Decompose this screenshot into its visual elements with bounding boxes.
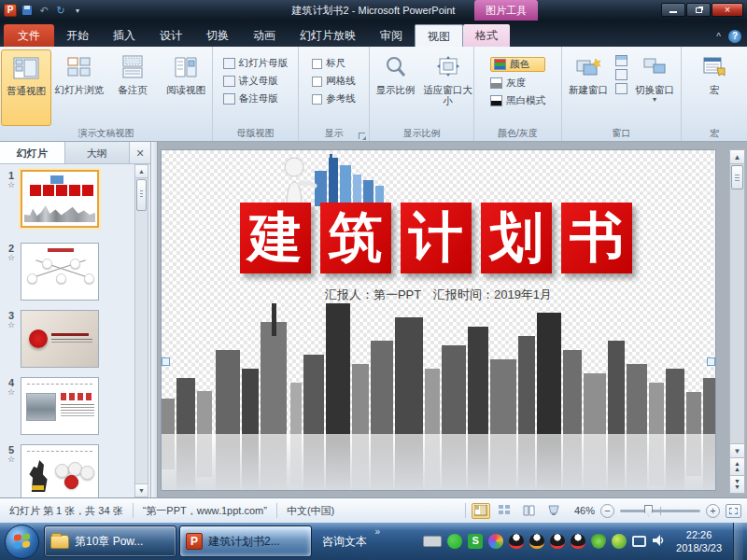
fit-slide-to-window-button[interactable] (726, 504, 741, 518)
notes-master-button[interactable]: 备注母版 (223, 92, 289, 105)
close-button[interactable]: × (712, 3, 743, 17)
cascade-icon[interactable] (615, 69, 627, 80)
slide-thumbnail-2[interactable]: 2 ☆ (2, 243, 99, 301)
status-slideshow-button[interactable] (544, 503, 563, 519)
pane-splitter[interactable] (151, 142, 158, 497)
tab-slides[interactable]: 幻灯片 (0, 142, 65, 163)
slide-thumbnail-3[interactable]: 3 ☆ (2, 310, 99, 368)
pane-scrollbar-thumb[interactable] (136, 179, 147, 211)
zoom-level[interactable]: 46% (569, 505, 595, 516)
switch-windows-button[interactable]: 切换窗口 ▾ (631, 49, 678, 126)
slide-canvas[interactable]: 建 筑 计 划 书 汇报人：第一PPT 汇报时间：2019年1月 (161, 149, 716, 491)
tab-slideshow[interactable]: 幻灯片放映 (288, 24, 368, 47)
save-button[interactable] (21, 4, 34, 17)
restore-button[interactable] (686, 3, 711, 17)
tab-animations[interactable]: 动画 (241, 24, 288, 47)
zoom-button[interactable]: 显示比例 (371, 49, 421, 126)
folder-icon (50, 535, 69, 549)
black-white-button[interactable]: 黑白模式 (490, 94, 545, 107)
grayscale-button[interactable]: 灰度 (490, 77, 545, 90)
macros-button[interactable]: 宏 (693, 49, 736, 126)
tab-view[interactable]: 视图 (415, 24, 463, 47)
qq-icon[interactable] (509, 534, 524, 549)
pane-close-button[interactable]: ✕ (130, 142, 150, 163)
arrange-all-icon[interactable] (615, 55, 627, 66)
tab-format[interactable]: 格式 (463, 24, 510, 47)
scroll-down-icon[interactable]: ▼ (730, 443, 744, 457)
ruler-checkbox[interactable]: 标尺 (312, 57, 356, 70)
next-slide-button[interactable]: ▼▼ (730, 475, 744, 493)
zoom-slider-handle[interactable] (644, 505, 653, 517)
language-indicator[interactable]: 中文(中国) (277, 504, 344, 518)
keyboard-icon[interactable] (423, 536, 442, 547)
previous-slide-button[interactable]: ▲▲ (730, 457, 744, 475)
titlebar: P ↶ ↻ ▾ 建筑计划书2 - Microsoft PowerPoint 图片… (0, 0, 747, 21)
guides-checkbox[interactable]: 参考线 (312, 92, 356, 105)
selection-handle[interactable] (707, 357, 715, 366)
qq-icon[interactable] (571, 534, 585, 549)
show-desktop-button[interactable] (733, 523, 743, 560)
zoom-slider[interactable] (620, 510, 700, 512)
status-slide-sorter-button[interactable] (496, 503, 514, 519)
qq-icon[interactable] (550, 534, 565, 549)
slide-thumbnail-1[interactable]: 1 ☆ (2, 170, 99, 228)
undo-button[interactable]: ↶ (37, 4, 50, 17)
tab-design[interactable]: 设计 (148, 24, 194, 47)
new-window-button[interactable]: 新建窗口 (565, 49, 612, 126)
taskbar-item-folder[interactable]: 第10章 Pow... (44, 525, 176, 557)
wechat-icon[interactable] (447, 534, 462, 549)
color-button[interactable]: 颜色 (490, 57, 545, 72)
tab-home[interactable]: 开始 (54, 24, 101, 47)
safety-ball-icon[interactable] (612, 534, 627, 549)
status-reading-view-button[interactable] (520, 503, 539, 519)
dialog-launcher-icon[interactable] (359, 133, 365, 139)
move-split-icon[interactable] (615, 83, 627, 94)
scroll-down-icon[interactable]: ▼ (135, 483, 148, 497)
taskbar-toolbar[interactable]: 咨询文本 » (315, 534, 374, 550)
network-icon[interactable] (632, 536, 646, 547)
normal-view-button[interactable]: 普通视图 (1, 49, 51, 126)
vertical-scrollbar[interactable]: ▲ ▼ ▲▲ ▼▼ (729, 149, 745, 494)
start-button[interactable] (5, 525, 39, 559)
qat-customize-button[interactable]: ▾ (71, 4, 84, 17)
reading-view-button[interactable]: 阅读视图 (161, 49, 211, 126)
pane-scrollbar[interactable]: ▲ ▼ (134, 164, 148, 497)
slide-master-button[interactable]: 幻灯片母版 (223, 57, 289, 70)
slide-thumbnail-4[interactable]: 4 ☆ (2, 377, 99, 435)
group-show: 标尺 网格线 参考线 显示 (299, 47, 370, 141)
quick-access-toolbar: P ↶ ↻ ▾ (0, 4, 84, 17)
status-normal-view-button[interactable] (472, 503, 490, 519)
tab-transitions[interactable]: 切换 (194, 24, 241, 47)
tab-review[interactable]: 审阅 (368, 24, 415, 47)
help-icon[interactable]: ? (728, 30, 741, 43)
scroll-up-icon[interactable]: ▲ (135, 165, 148, 178)
zoom-in-button[interactable]: + (706, 504, 720, 518)
slide-sorter-button[interactable]: 幻灯片浏览 (54, 49, 105, 126)
title-char: 筑 (320, 203, 391, 273)
selection-handle[interactable] (162, 357, 170, 366)
baidu-input-icon[interactable] (488, 534, 503, 549)
powerpoint-app-icon[interactable]: P (4, 4, 17, 17)
scrollbar-thumb[interactable] (731, 165, 743, 189)
slide-thumbnail-5[interactable]: 5 ☆ (2, 444, 99, 497)
gridlines-checkbox[interactable]: 网格线 (312, 75, 356, 88)
sogou-icon[interactable]: S (468, 534, 483, 549)
scroll-up-icon[interactable]: ▲ (730, 150, 744, 164)
qq-icon[interactable] (529, 534, 544, 549)
collapse-ribbon-icon[interactable]: ^ (716, 32, 721, 42)
taskbar-clock[interactable]: 22:26 2018/3/23 (670, 528, 727, 555)
minimize-button[interactable] (661, 3, 685, 17)
zoom-out-button[interactable]: − (600, 504, 614, 518)
handout-master-button[interactable]: 讲义母版 (223, 75, 289, 88)
system-tray: S 22:26 2018/3/23 (423, 523, 747, 560)
tab-insert[interactable]: 插入 (101, 24, 148, 47)
animation-star-icon: ☆ (2, 455, 21, 463)
fit-to-window-button[interactable]: 适应窗口大小 (423, 49, 473, 126)
tab-outline[interactable]: 大纲 (65, 142, 131, 163)
volume-icon[interactable] (652, 534, 665, 549)
tab-file[interactable]: 文件 (4, 24, 54, 47)
notes-page-button[interactable]: 备注页 (107, 49, 158, 126)
redo-button[interactable]: ↻ (54, 4, 67, 17)
antivirus-shield-icon[interactable] (591, 534, 606, 549)
taskbar-item-powerpoint[interactable]: P 建筑计划书2... (179, 525, 312, 557)
